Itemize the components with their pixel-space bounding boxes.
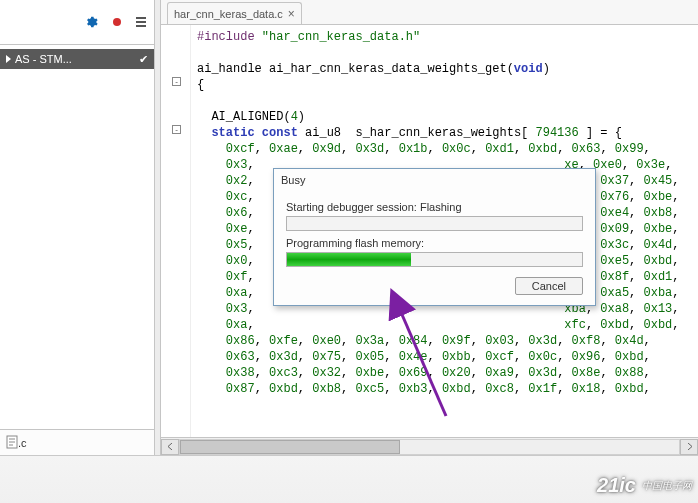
editor-tab[interactable]: har_cnn_keras_data.c ×: [167, 2, 302, 24]
file-icon: [6, 435, 18, 451]
watermark-cn: 中国电子网: [642, 479, 692, 493]
sidebar-toolbar: [0, 0, 154, 45]
sidebar-tree: AS - STM... ✔: [0, 45, 154, 429]
dialog-title: Busy: [274, 169, 595, 191]
dialog-message-2: Programming flash memory:: [286, 237, 583, 249]
sidebar-bottom: .c: [0, 429, 154, 455]
status-area: [0, 455, 698, 503]
sidebar: AS - STM... ✔ .c: [0, 0, 155, 455]
menu-icon[interactable]: [136, 17, 146, 27]
sidebar-bottom-label: .c: [18, 437, 27, 449]
busy-dialog: Busy Starting debugger session: Flashing…: [273, 168, 596, 306]
scroll-track[interactable]: [179, 439, 680, 455]
watermark: 21ic 中国电子网: [597, 474, 692, 497]
dialog-message-1: Starting debugger session: Flashing: [286, 201, 583, 213]
progress-bar-2: [286, 252, 583, 267]
tab-label: har_cnn_keras_data.c: [174, 8, 283, 20]
horizontal-scrollbar[interactable]: [161, 437, 698, 455]
check-icon: ✔: [139, 53, 148, 66]
scroll-right-icon[interactable]: [680, 439, 698, 455]
close-icon[interactable]: ×: [288, 7, 295, 21]
svg-point-0: [113, 18, 121, 26]
progress-bar-1: [286, 216, 583, 231]
sidebar-item-project[interactable]: AS - STM... ✔: [0, 49, 154, 69]
watermark-logo: 21ic: [597, 474, 636, 497]
fold-gutter: - -: [161, 25, 191, 437]
gear-icon[interactable]: [84, 15, 98, 29]
scroll-thumb[interactable]: [180, 440, 400, 454]
cancel-button[interactable]: Cancel: [515, 277, 583, 295]
scroll-left-icon[interactable]: [161, 439, 179, 455]
fold-toggle[interactable]: -: [172, 125, 181, 134]
fold-toggle[interactable]: -: [172, 77, 181, 86]
caret-right-icon: [6, 55, 11, 63]
editor-tab-bar: har_cnn_keras_data.c ×: [161, 0, 698, 25]
sidebar-item-label: AS - STM...: [15, 53, 72, 65]
record-icon[interactable]: [112, 17, 122, 27]
